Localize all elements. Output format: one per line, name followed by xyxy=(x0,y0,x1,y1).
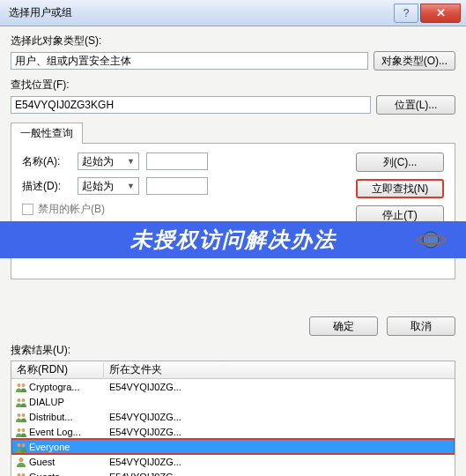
svg-point-5 xyxy=(22,413,26,417)
results-body: Cryptogra...E54VYQIJ0ZG...DIALUPDistribu… xyxy=(11,379,455,476)
table-row[interactable]: GuestE54VYQIJ0ZG... xyxy=(11,454,455,469)
row-name: Cryptogra... xyxy=(29,382,104,392)
svg-point-6 xyxy=(18,428,21,432)
svg-point-1 xyxy=(22,383,26,387)
row-folder: E54VYQIJ0ZG... xyxy=(104,457,455,467)
table-row[interactable]: DIALUP xyxy=(11,394,455,409)
row-name: DIALUP xyxy=(29,397,104,407)
col-header-name[interactable]: 名称(RDN) xyxy=(11,362,104,377)
table-row[interactable]: Cryptogra...E54VYQIJ0ZG... xyxy=(11,379,455,394)
disabled-accounts-label: 禁用的帐户(B) xyxy=(38,202,105,217)
row-name: Guests xyxy=(29,472,104,477)
table-row[interactable]: Event Log...E54VYQIJ0ZG... xyxy=(11,424,455,439)
svg-point-8 xyxy=(18,443,21,447)
locations-button[interactable]: 位置(L)... xyxy=(376,95,455,115)
help-icon: ? xyxy=(403,7,410,19)
results-table: 名称(RDN) 所在文件夹 Cryptogra...E54VYQIJ0ZG...… xyxy=(11,361,455,476)
planet-icon xyxy=(415,227,447,252)
row-folder: E54VYQIJ0ZG... xyxy=(104,472,455,477)
svg-point-16 xyxy=(423,232,439,248)
find-now-button[interactable]: 立即查找(N) xyxy=(356,179,444,198)
row-name: Event Log... xyxy=(29,427,104,437)
desc-label: 描述(D): xyxy=(22,179,70,194)
svg-point-0 xyxy=(18,383,21,387)
desc-input[interactable] xyxy=(146,177,208,195)
cancel-button[interactable]: 取消 xyxy=(387,316,455,336)
close-button[interactable]: ✕ xyxy=(420,4,461,23)
titlebar: 选择用户或组 ? ✕ xyxy=(0,0,466,26)
group-icon xyxy=(13,396,29,408)
svg-point-2 xyxy=(18,398,21,402)
columns-button[interactable]: 列(C)... xyxy=(356,152,444,172)
tab-common-queries[interactable]: 一般性查询 xyxy=(11,123,83,144)
row-folder: E54VYQIJ0ZG... xyxy=(104,412,455,422)
group-icon xyxy=(13,381,29,393)
name-input[interactable] xyxy=(146,152,208,170)
help-button[interactable]: ? xyxy=(394,4,418,23)
group-icon xyxy=(13,471,29,477)
svg-point-4 xyxy=(18,413,21,417)
banner-overlay: 未授权访问解决办法 xyxy=(0,221,466,258)
row-folder: E54VYQIJ0ZG... xyxy=(104,427,455,437)
window-controls: ? ✕ xyxy=(392,4,461,23)
group-icon xyxy=(13,411,29,423)
object-type-field: 用户、组或内置安全主体 xyxy=(11,52,368,70)
object-type-label: 选择此对象类型(S): xyxy=(11,33,455,48)
chevron-down-icon: ▼ xyxy=(127,157,135,166)
location-field: E54VYQIJ0ZG3KGH xyxy=(11,96,371,114)
object-types-button[interactable]: 对象类型(O)... xyxy=(374,51,455,71)
results-label: 搜索结果(U): xyxy=(11,343,455,358)
table-row[interactable]: Everyone xyxy=(11,439,455,454)
row-folder: E54VYQIJ0ZG... xyxy=(104,382,455,392)
table-row[interactable]: GuestsE54VYQIJ0ZG... xyxy=(11,469,455,476)
banner-text: 未授权访问解决办法 xyxy=(130,226,337,254)
svg-point-9 xyxy=(22,443,26,447)
desc-op-dropdown[interactable]: 起始为▼ xyxy=(78,177,139,195)
svg-point-11 xyxy=(18,473,21,477)
window-title: 选择用户或组 xyxy=(0,5,392,20)
svg-point-10 xyxy=(19,457,24,462)
svg-point-7 xyxy=(22,428,26,432)
disabled-accounts-checkbox[interactable] xyxy=(22,204,33,215)
name-label: 名称(A): xyxy=(22,154,70,169)
chevron-down-icon: ▼ xyxy=(127,182,135,190)
svg-point-3 xyxy=(22,398,26,402)
ok-button[interactable]: 确定 xyxy=(309,316,378,336)
close-icon: ✕ xyxy=(436,6,446,19)
user-icon xyxy=(13,456,29,468)
svg-point-12 xyxy=(22,473,26,477)
row-name: Guest xyxy=(29,457,104,467)
row-name: Everyone xyxy=(29,442,104,452)
name-op-dropdown[interactable]: 起始为▼ xyxy=(78,152,139,170)
table-row[interactable]: Distribut...E54VYQIJ0ZG... xyxy=(11,409,455,424)
group-icon xyxy=(13,426,29,438)
location-label: 查找位置(F): xyxy=(11,78,455,93)
col-header-folder[interactable]: 所在文件夹 xyxy=(104,362,455,377)
results-header: 名称(RDN) 所在文件夹 xyxy=(11,361,455,379)
row-name: Distribut... xyxy=(29,412,104,422)
group-icon xyxy=(13,441,29,453)
tab-panel: 名称(A): 起始为▼ 描述(D): 起始为▼ 禁用的帐户(B) 不过期密码(X… xyxy=(11,143,455,279)
